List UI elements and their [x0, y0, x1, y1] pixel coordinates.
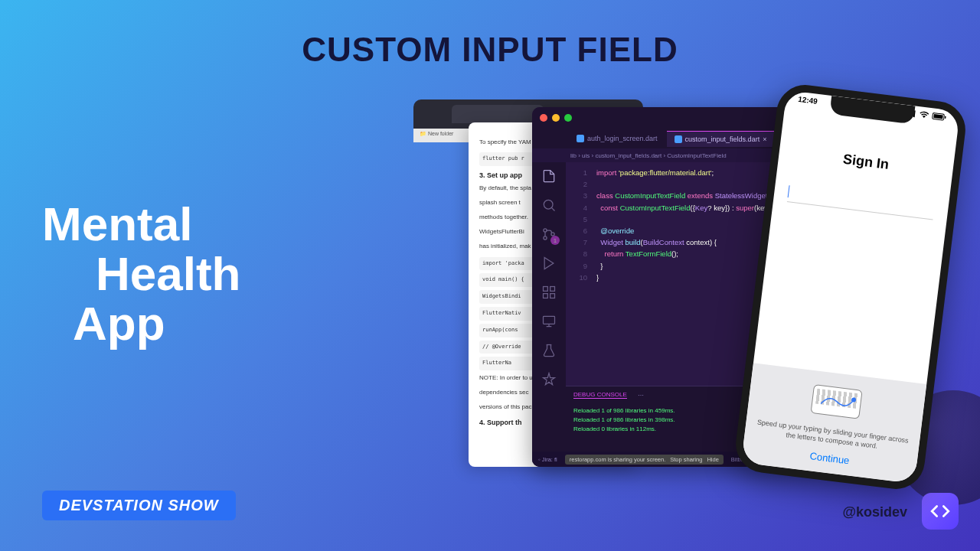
subtitle: Mental Health App [42, 199, 240, 348]
close-icon[interactable] [540, 114, 547, 122]
screen-title: Sign In [792, 145, 939, 179]
explorer-icon[interactable] [541, 168, 557, 184]
subtitle-line-1: Mental [42, 199, 240, 249]
brush-icon[interactable] [541, 372, 557, 387]
debug-icon[interactable] [541, 256, 557, 271]
text-input[interactable] [787, 184, 935, 220]
svg-point-1 [544, 229, 547, 232]
svg-point-3 [551, 233, 554, 236]
status-jira[interactable]: ◦ Jira: fl [538, 456, 557, 463]
svg-rect-8 [544, 316, 555, 324]
activity-bar [532, 162, 566, 467]
minimize-icon[interactable] [552, 114, 560, 122]
hide-button[interactable]: Hide [707, 456, 718, 463]
keyboard-hint-panel: Speed up your typing by sliding your fin… [741, 363, 926, 484]
screenshot-composite: 📁 New folder To specify the YAM flutter … [413, 99, 965, 490]
author-handle: @kosidev [842, 504, 907, 520]
source-control-icon[interactable] [541, 227, 557, 242]
subtitle-line-2: Health [42, 249, 240, 298]
maximize-icon[interactable] [564, 114, 572, 122]
page-title: CUSTOM INPUT FIELD [302, 31, 678, 69]
svg-rect-4 [544, 287, 548, 292]
subtitle-line-3: App [42, 298, 240, 348]
keyboard-swipe-icon [810, 384, 863, 422]
svg-rect-7 [550, 294, 555, 298]
svg-point-2 [544, 236, 547, 240]
show-badge: DEVSTATION SHOW [42, 491, 236, 520]
screen-share-notice: restorapp.com is sharing your screen. St… [565, 455, 724, 465]
editor-tab-auth[interactable]: auth_login_screen.dart [569, 131, 665, 146]
extensions-icon[interactable] [541, 285, 557, 300]
code-logo-icon [922, 493, 959, 530]
svg-rect-5 [550, 287, 555, 292]
debug-console-tab[interactable]: DEBUG CONSOLE [573, 391, 627, 399]
browser-tab[interactable] [452, 105, 544, 123]
stop-sharing-button[interactable]: Stop sharing [670, 456, 702, 463]
testing-icon[interactable] [541, 343, 557, 358]
search-icon[interactable] [541, 197, 557, 213]
editor-tab-custom-input[interactable]: custom_input_fields.dart × [667, 131, 775, 147]
remote-icon[interactable] [541, 314, 557, 329]
svg-point-0 [544, 200, 553, 209]
svg-rect-6 [544, 294, 548, 298]
